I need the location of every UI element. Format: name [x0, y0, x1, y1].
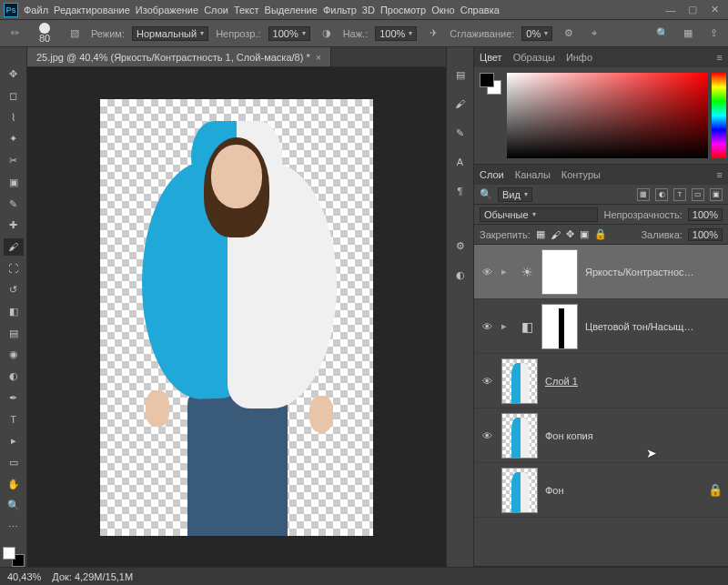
window-minimize-icon[interactable]: — [661, 4, 681, 16]
layer-name[interactable]: Цветовой тон/Насыщ… [585, 321, 723, 332]
marquee-tool-icon[interactable]: ◻ [4, 87, 24, 106]
layer-mask-thumb[interactable] [541, 304, 578, 349]
lock-transparent-icon[interactable]: ▦ [536, 228, 545, 240]
menu-filter[interactable]: Фильтр [323, 5, 357, 15]
layer-name[interactable]: Фон [545, 485, 701, 496]
tab-paths[interactable]: Контуры [561, 169, 601, 180]
blend-mode-layer-select[interactable]: Обычные [480, 207, 598, 222]
menu-image[interactable]: Изображение [136, 5, 198, 15]
crop-tool-icon[interactable]: ✂ [4, 152, 24, 170]
menu-3d[interactable]: 3D [362, 5, 375, 15]
pressure-opacity-icon[interactable]: ◑ [318, 25, 336, 43]
workspace-icon[interactable]: ▦ [679, 25, 697, 43]
filter-shape-icon[interactable]: ▭ [692, 188, 704, 201]
dodge-tool-icon[interactable]: ◐ [4, 368, 24, 386]
artboard[interactable] [100, 99, 373, 536]
layer-thumb[interactable] [501, 358, 538, 404]
lock-position-icon[interactable]: ✥ [566, 228, 574, 240]
tool-preset-icon[interactable]: ✏ [5, 25, 24, 43]
layer-name[interactable]: Слой 1 [545, 376, 723, 387]
opacity-select[interactable]: 100% [268, 26, 310, 41]
document-tab[interactable]: 25.jpg @ 40,4% (Яркость/Контрастность 1,… [27, 47, 331, 66]
layer-thumb[interactable] [501, 468, 538, 513]
panel-menu-icon[interactable]: ≡ [717, 52, 723, 63]
tab-color[interactable]: Цвет [480, 52, 502, 63]
window-maximize-icon[interactable]: ▢ [682, 4, 703, 16]
menu-edit[interactable]: Редактирование [54, 5, 130, 15]
quick-select-tool-icon[interactable]: ✦ [4, 130, 24, 148]
lasso-tool-icon[interactable]: ⌇ [4, 108, 24, 126]
search-icon[interactable]: 🔍 [653, 25, 672, 43]
menu-window[interactable]: Окно [431, 5, 455, 15]
type-tool-icon[interactable]: T [4, 410, 24, 429]
paragraph-panel-icon[interactable]: ¶ [451, 182, 470, 200]
brush-tool-icon[interactable]: 🖌 [4, 238, 24, 257]
panel-menu-icon[interactable]: ≡ [717, 169, 723, 180]
filter-type-icon[interactable]: T [673, 188, 686, 201]
lock-all-icon[interactable]: 🔒 [594, 228, 607, 240]
smoothing-select[interactable]: 0% [521, 26, 552, 41]
menu-layers[interactable]: Слои [204, 5, 228, 15]
tab-swatches[interactable]: Образцы [513, 52, 555, 63]
filter-kind-icon[interactable]: 🔍 [480, 188, 492, 200]
lock-artboard-icon[interactable]: ▣ [580, 228, 589, 240]
lock-pixels-icon[interactable]: 🖌 [551, 229, 561, 240]
filter-smart-icon[interactable]: ▣ [710, 188, 723, 201]
eraser-tool-icon[interactable]: ◧ [4, 303, 24, 321]
menu-file[interactable]: Файл [24, 5, 48, 15]
pen-tool-icon[interactable]: ✒ [4, 389, 24, 408]
symmetry-icon[interactable]: ⌖ [585, 25, 603, 43]
filter-pixel-icon[interactable]: ▦ [637, 188, 650, 201]
menu-select[interactable]: Выделение [265, 5, 318, 15]
adjustments-panel-icon[interactable]: ◐ [451, 266, 470, 284]
airbrush-icon[interactable]: ✈ [424, 25, 442, 43]
menu-view[interactable]: Просмотр [380, 5, 426, 15]
menu-help[interactable]: Справка [460, 5, 500, 15]
layer-opacity-value[interactable]: 100% [688, 208, 723, 221]
close-tab-icon[interactable]: × [316, 52, 321, 63]
path-select-tool-icon[interactable]: ▸ [4, 432, 24, 450]
flow-select[interactable]: 100% [375, 26, 417, 41]
character-panel-icon[interactable]: A [451, 153, 470, 171]
history-brush-tool-icon[interactable]: ↺ [4, 281, 24, 299]
hand-tool-icon[interactable]: ✋ [4, 475, 24, 493]
tab-info[interactable]: Инфо [566, 52, 592, 63]
eyedropper-tool-icon[interactable]: ✎ [4, 195, 24, 213]
move-tool-icon[interactable]: ✥ [4, 66, 24, 84]
layer-mask-thumb[interactable] [541, 249, 578, 295]
hue-strip[interactable] [712, 73, 726, 158]
menu-text[interactable]: Текст [234, 5, 259, 15]
color-swatches[interactable] [480, 73, 501, 95]
color-ramp[interactable] [507, 73, 726, 158]
tab-layers[interactable]: Слои [480, 169, 504, 180]
brushes-panel-icon[interactable]: 🖌 [451, 95, 470, 113]
layer-fill-value[interactable]: 100% [688, 228, 723, 241]
layer-row[interactable]: Фон🔒 [474, 463, 728, 518]
history-panel-icon[interactable]: ▤ [451, 66, 470, 84]
visibility-icon[interactable]: 👁 [480, 430, 494, 441]
visibility-icon[interactable]: 👁 [480, 376, 494, 387]
window-close-icon[interactable]: ✕ [704, 4, 724, 16]
frame-tool-icon[interactable]: ▣ [4, 174, 24, 192]
visibility-icon[interactable]: 👁 [480, 321, 494, 332]
gradient-tool-icon[interactable]: ▤ [4, 324, 24, 342]
layer-row[interactable]: 👁▸☀Яркость/Контрастнос… [474, 245, 728, 299]
zoom-value[interactable]: 40,43% [7, 571, 41, 582]
filter-kind-select[interactable]: Вид [498, 187, 532, 202]
layer-row[interactable]: 👁Фон копия [474, 408, 728, 463]
tab-channels[interactable]: Каналы [515, 169, 551, 180]
edit-toolbar-icon[interactable]: ⋯ [4, 519, 24, 537]
stamp-tool-icon[interactable]: ⛶ [4, 259, 24, 277]
brush-preview[interactable]: 80 [31, 23, 58, 45]
brush-panel-icon[interactable]: ▧ [66, 25, 84, 43]
layer-row[interactable]: 👁▸◧Цветовой тон/Насыщ… [474, 299, 728, 354]
smoothing-options-icon[interactable]: ⚙ [560, 25, 578, 43]
blur-tool-icon[interactable]: ◉ [4, 346, 24, 364]
brush-settings-panel-icon[interactable]: ✎ [451, 124, 470, 142]
fg-bg-swatches[interactable] [3, 547, 25, 567]
visibility-icon[interactable]: 👁 [480, 267, 494, 277]
healing-tool-icon[interactable]: ✚ [4, 217, 24, 235]
filter-adjust-icon[interactable]: ◐ [655, 188, 668, 201]
layer-name[interactable]: Фон копия [545, 430, 723, 441]
layer-name[interactable]: Яркость/Контрастнос… [585, 267, 723, 277]
